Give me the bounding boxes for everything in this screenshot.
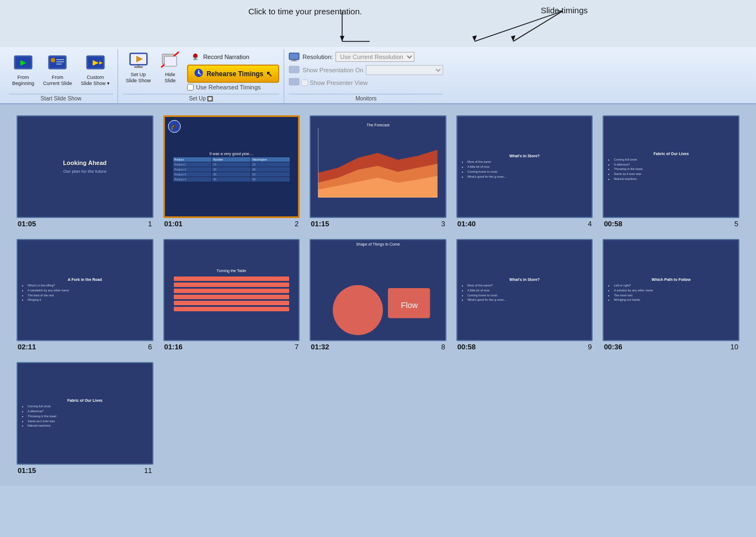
slide-item-1[interactable]: Looking Ahead Our plan for the future 01… — [17, 115, 153, 228]
from-beginning-icon — [13, 54, 33, 73]
slide-time-9: 00:58 — [457, 343, 476, 351]
svg-rect-41 — [290, 67, 299, 72]
slide-time-6: 02:11 — [18, 343, 36, 351]
custom-slide-show-label: CustomSlide Show ▾ — [81, 75, 110, 87]
slide-time-5: 00:58 — [604, 220, 622, 228]
from-beginning-label: FromBeginning — [12, 75, 34, 87]
svg-rect-28 — [164, 56, 177, 66]
slide-info-7: 01:167 — [163, 343, 300, 351]
annotation-tooltip1: Click to time your presentation. — [248, 7, 362, 16]
svg-line-6 — [513, 11, 563, 41]
slide-thumb-10: Which Path to Follow Left or right?A sol… — [603, 239, 739, 342]
set-up-slide-show-label: Set UpSlide Show — [126, 72, 151, 84]
resolution-select[interactable]: Use Current Resolution — [336, 52, 414, 62]
hide-slide-button[interactable]: HideSlide — [156, 49, 184, 86]
from-beginning-button[interactable]: FromBeginning — [9, 52, 38, 88]
svg-marker-2 — [340, 36, 344, 41]
slide-number-10: 10 — [731, 343, 738, 351]
slide-item-6[interactable]: A Fork in the Road What's in the offing?… — [17, 239, 153, 352]
show-presenter-view-label: Show Presenter View — [310, 79, 368, 86]
slide-thumb-2: It was a very good year.... Product Numb… — [163, 115, 300, 218]
slide-number-1: 1 — [148, 220, 152, 228]
slide-number-7: 7 — [295, 343, 299, 351]
show-presentation-on-row: Show Presentation On — [289, 65, 443, 76]
slide-area: Looking Ahead Our plan for the future 01… — [0, 104, 756, 486]
rehearse-timings-icon — [194, 68, 204, 79]
slide-item-11[interactable]: Fabric of Our Lives Coming full circleA … — [17, 362, 153, 475]
slide-item-10[interactable]: Which Path to Follow Left or right?A sol… — [603, 239, 739, 352]
slide-time-3: 01:15 — [311, 220, 329, 228]
record-narration-button[interactable]: Record Narration — [187, 50, 279, 63]
from-current-slide-icon — [47, 54, 67, 73]
rehearse-timings-button[interactable]: Rehearse Timings ↖ — [187, 65, 279, 83]
show-presenter-view-icon — [289, 78, 300, 88]
slide-time-7: 01:16 — [164, 343, 183, 351]
ribbon-group-monitors: Resolution: Use Current Resolution Show … — [284, 49, 448, 103]
resolution-row: Resolution: Use Current Resolution — [289, 51, 414, 62]
custom-slide-show-icon — [86, 54, 105, 73]
hide-slide-icon — [160, 51, 180, 71]
slide-thumb-1: Looking Ahead Our plan for the future — [17, 115, 153, 218]
show-presentation-on-select[interactable] — [366, 65, 443, 75]
use-rehearsed-timings-row: Use Rehearsed Timings — [187, 84, 279, 91]
use-rehearsed-timings-checkbox[interactable] — [187, 84, 194, 91]
svg-line-3 — [475, 11, 563, 41]
slide-time-11: 01:15 — [18, 466, 36, 475]
slide-info-4: 01:404 — [456, 220, 593, 228]
slide-thumb-4: What's in Store? More of the sameA littl… — [456, 115, 593, 218]
slide-number-11: 11 — [144, 466, 152, 475]
slide-info-1: 01:051 — [17, 220, 153, 228]
from-current-slide-button[interactable]: FromCurrent Slide — [40, 52, 76, 88]
svg-rect-15 — [56, 61, 64, 62]
show-presentation-on-label: Show Presentation On — [302, 67, 363, 73]
svg-rect-39 — [291, 61, 297, 61]
show-presenter-view-row: Show Presenter View — [289, 78, 368, 88]
slide-item-7[interactable]: Turning the Table 01:167 — [163, 239, 300, 352]
svg-rect-16 — [56, 63, 62, 65]
custom-slide-show-button[interactable]: CustomSlide Show ▾ — [78, 52, 114, 88]
svg-rect-37 — [290, 54, 299, 59]
set-up-slide-show-button[interactable]: Set UpSlide Show — [123, 49, 154, 86]
slide-item-4[interactable]: What's in Store? More of the sameA littl… — [456, 115, 593, 228]
svg-rect-38 — [292, 60, 296, 61]
slide-thumb-6: A Fork in the Road What's in the offing?… — [17, 239, 153, 342]
slide-item-3[interactable]: The Forecast 01:153 — [310, 115, 446, 228]
slide-thumb-3: The Forecast — [310, 115, 446, 218]
monitors-group-label: Monitors — [289, 94, 443, 103]
svg-rect-14 — [56, 59, 64, 60]
slide-item-9[interactable]: What's in Store? More of the same?A litt… — [456, 239, 593, 352]
slide-time-1: 01:05 — [18, 220, 36, 228]
slide-info-2: 01:012 — [163, 220, 300, 228]
slide-thumb-9: What's in Store? More of the same?A litt… — [456, 239, 593, 342]
slide-number-2: 2 — [295, 220, 299, 228]
slide-time-8: 01:32 — [311, 343, 329, 351]
slide-time-10: 00:36 — [604, 343, 622, 351]
slide-number-8: 8 — [441, 343, 445, 351]
rehearse-timings-label: Rehearse Timings — [206, 70, 263, 78]
svg-rect-25 — [137, 65, 140, 67]
set-up-expand-icon[interactable]: 🔲 — [207, 96, 213, 102]
slide-info-6: 02:116 — [17, 343, 153, 351]
slide-number-5: 5 — [734, 220, 738, 228]
resolution-icon — [289, 51, 300, 62]
slide-item-2[interactable]: It was a very good year.... Product Numb… — [163, 115, 300, 228]
ribbon-group-start-slide-show: FromBeginning FromCurrent — [4, 49, 118, 103]
ribbon-group-set-up: Set UpSlide Show HideSlide — [118, 49, 284, 103]
record-narration-icon — [190, 51, 201, 62]
cursor-icon: ↖ — [266, 70, 273, 78]
slide-thumb-5: Fabric of Our Lives Coming full circleA … — [603, 115, 739, 218]
svg-rect-31 — [193, 59, 198, 60]
set-up-group-label: Set Up 🔲 — [123, 94, 279, 103]
slide-thumb-11: Fabric of Our Lives Coming full circleA … — [17, 362, 153, 465]
from-current-slide-label: FromCurrent Slide — [43, 75, 72, 87]
resolution-label: Resolution: — [302, 54, 333, 60]
svg-point-51 — [333, 285, 383, 335]
show-presenter-view-checkbox[interactable] — [301, 79, 308, 86]
slide-number-4: 4 — [588, 220, 592, 228]
slide-item-8[interactable]: Shape of Things to Come Flow 01:328 — [310, 239, 446, 352]
svg-text:🎓: 🎓 — [171, 123, 178, 130]
slide-item-5[interactable]: Fabric of Our Lives Coming full circleA … — [603, 115, 739, 228]
slide-info-5: 00:585 — [603, 220, 739, 228]
slide-number-6: 6 — [148, 343, 152, 351]
slide-time-4: 01:40 — [457, 220, 476, 228]
